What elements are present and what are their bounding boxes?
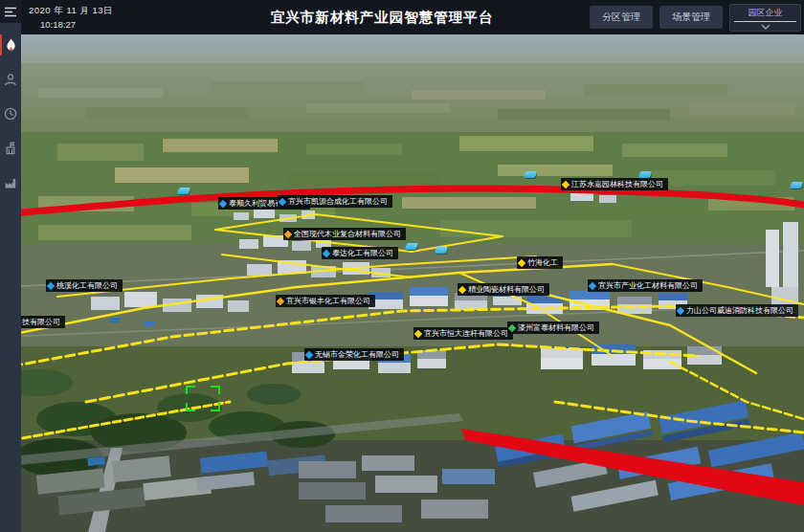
map-label-text: 宜兴市凯源合成化工有限公司 bbox=[288, 195, 388, 208]
poi-icon bbox=[323, 249, 330, 256]
poi-icon bbox=[562, 180, 570, 188]
poi-icon bbox=[219, 199, 227, 207]
poi-icon bbox=[305, 350, 313, 358]
map-label[interactable]: 无锡市金荣化工有限公司 bbox=[304, 348, 404, 361]
map-label[interactable]: 漆州富泰材料有限公司 bbox=[507, 321, 599, 334]
poi-icon bbox=[458, 285, 466, 293]
user-icon[interactable] bbox=[0, 67, 21, 92]
left-sidebar bbox=[0, 0, 21, 532]
poi-icon bbox=[279, 197, 286, 205]
map-label-text: 无锡市金荣化工有限公司 bbox=[315, 348, 399, 361]
poi-icon bbox=[284, 230, 292, 237]
map-label-text: 宜兴市产业化工材料有限公司 bbox=[598, 279, 698, 292]
terrain-canvas bbox=[0, 0, 804, 532]
poi-icon bbox=[677, 306, 684, 314]
map-label-text: 漆州富泰材料有限公司 bbox=[518, 321, 594, 334]
map-label-text: 桃溪化工有限公司 bbox=[56, 279, 118, 292]
top-header: 2020 年 11 月 13日 10:18:27 宜兴市新材料产业园智慧管理平台… bbox=[0, 0, 804, 34]
map-label[interactable]: 宜兴市恒大连杆有限公司 bbox=[413, 327, 513, 340]
map-label-text: 全国现代木业复合材料有限公司 bbox=[294, 228, 401, 240]
map-label[interactable]: 力山公司威迪消防科技有限公司 bbox=[676, 304, 798, 317]
poi-icon bbox=[508, 323, 516, 331]
poi-icon bbox=[47, 281, 55, 289]
clock-icon[interactable] bbox=[0, 101, 21, 126]
current-date: 2020 年 11 月 13日 bbox=[29, 5, 184, 17]
map-label[interactable]: 桃溪化工有限公司 bbox=[46, 279, 123, 292]
map-label-text: 精业陶瓷材料有限公司 bbox=[468, 283, 545, 296]
chevron-down-icon bbox=[761, 24, 770, 30]
map-label-text: 泰达化工有限公司 bbox=[332, 247, 393, 259]
map-label[interactable]: 宜兴市凯源合成化工有限公司 bbox=[278, 195, 392, 208]
map-label[interactable]: 江苏永嘉园林科技有限公司 bbox=[561, 178, 668, 190]
poi-icon bbox=[277, 297, 284, 304]
poi-icon bbox=[589, 281, 596, 289]
map-label[interactable]: 宜兴市银丰化工有限公司 bbox=[276, 295, 375, 307]
map-label-text: 宜兴市恒大连杆有限公司 bbox=[424, 327, 508, 340]
poi-icon bbox=[414, 329, 422, 337]
poi-icon bbox=[518, 258, 525, 266]
map-label[interactable]: 竹海化工 bbox=[517, 256, 563, 269]
park-enterprise-dropdown[interactable]: 园区企业 bbox=[729, 4, 801, 32]
flame-icon[interactable] bbox=[0, 33, 21, 57]
datetime-block: 2020 年 11 月 13日 10:18:27 bbox=[21, 5, 184, 30]
scene-management-button[interactable]: 场景管理 bbox=[659, 6, 723, 29]
zone-management-button[interactable]: 分区管理 bbox=[590, 6, 653, 29]
factory-icon[interactable] bbox=[0, 170, 21, 195]
map-label-text: 力山公司威迪消防科技有限公司 bbox=[686, 304, 793, 317]
map-label[interactable]: 全国现代木业复合材料有限公司 bbox=[283, 228, 406, 240]
map-label-text: 竹海化工 bbox=[527, 256, 558, 269]
map-label[interactable]: 泰达化工有限公司 bbox=[322, 247, 398, 259]
map-label-text: 江苏永嘉园林科技有限公司 bbox=[571, 178, 663, 190]
page-title: 宜兴市新材料产业园智慧管理平台 bbox=[184, 9, 590, 27]
menu-icon[interactable] bbox=[0, 0, 21, 23]
dropdown-label: 园区企业 bbox=[730, 7, 800, 19]
building-icon[interactable] bbox=[0, 136, 21, 161]
map-label[interactable]: 精业陶瓷材料有限公司 bbox=[458, 283, 549, 296]
map-3d-view[interactable] bbox=[0, 0, 804, 532]
map-label[interactable]: 宜兴市产业化工材料有限公司 bbox=[588, 279, 703, 292]
current-time: 10:18:27 bbox=[40, 19, 184, 30]
map-label-text: 宜兴市银丰化工有限公司 bbox=[286, 295, 370, 307]
